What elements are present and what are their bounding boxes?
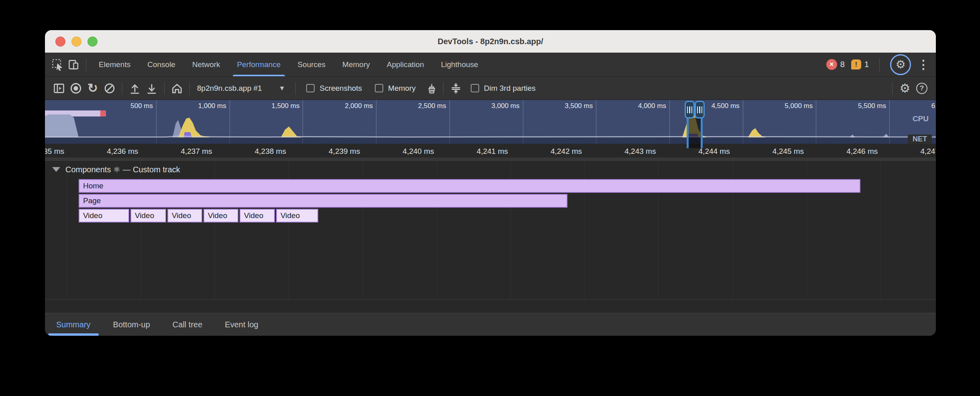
bottom-tab-summary[interactable]: Summary	[56, 313, 91, 336]
close-button[interactable]	[55, 37, 65, 47]
memory-label: Memory	[388, 84, 416, 93]
collapse-icon[interactable]	[447, 80, 464, 97]
flame-gridline	[880, 161, 880, 299]
minimize-button[interactable]	[71, 37, 81, 47]
devtools-window: DevTools - 8p2n9n.csb.app/ ElementsConso…	[45, 30, 936, 336]
ruler-tick-label: 4,241 ms	[477, 147, 508, 156]
history-selector[interactable]: 8p2n9n.csb.app #1 ▼	[194, 84, 291, 93]
capture-settings-gear-icon[interactable]: ⚙	[897, 80, 913, 97]
overview-tick-label: 3,500 ms	[565, 102, 593, 110]
console-errors-badge[interactable]: × 8	[826, 59, 845, 70]
track-bar-video[interactable]: Video	[167, 209, 202, 222]
tab-console[interactable]: Console	[139, 53, 184, 76]
tab-sources[interactable]: Sources	[289, 53, 334, 76]
flame-bottom-divider	[45, 299, 936, 300]
divider	[295, 82, 296, 95]
scrubber-right-handle[interactable]	[695, 101, 705, 118]
collect-garbage-icon[interactable]	[422, 80, 439, 97]
panel-tabs: ElementsConsoleNetworkPerformanceSources…	[90, 53, 487, 76]
overview-tick-label: 4,500 ms	[712, 102, 740, 110]
screenshots-checkbox[interactable]: Screenshots	[306, 84, 362, 93]
custom-track-title: Components ⚛ — Custom track	[65, 165, 180, 174]
performance-toolbar: ↻ 8p2n9n.csb.app #1 ▼ Screenshots Memory	[45, 77, 936, 100]
timeline-overview[interactable]: 500 ms1,000 ms1,500 ms2,000 ms2,500 ms3,…	[45, 100, 936, 144]
overview-tick-label: 500 ms	[130, 102, 153, 110]
tab-elements[interactable]: Elements	[90, 53, 139, 76]
dim-3rd-parties-checkbox[interactable]: Dim 3rd parties	[471, 84, 536, 93]
divider	[122, 82, 122, 95]
ruler-tick-label: 4,242 ms	[551, 147, 582, 156]
reload-record-icon[interactable]: ↻	[84, 80, 101, 97]
track-bar-home[interactable]: Home	[79, 179, 860, 193]
show-sidebar-icon[interactable]	[51, 80, 67, 97]
scrubber-selection-column	[688, 118, 701, 148]
overview-tick-label: 3,000 ms	[492, 102, 520, 110]
tab-performance[interactable]: Performance	[229, 53, 289, 76]
device-toolbar-icon[interactable]	[66, 57, 82, 73]
ruler-tick-label: 4,240 ms	[403, 147, 434, 156]
overview-window-scrubber[interactable]	[685, 101, 705, 148]
dim-3rd-parties-label: Dim 3rd parties	[484, 84, 536, 93]
divider	[892, 82, 893, 95]
scrubber-left-handle[interactable]	[685, 101, 695, 118]
ruler-tick-label: 4,246 ms	[846, 147, 878, 156]
overview-tick-label: 5,000 ms	[785, 102, 813, 110]
clear-icon[interactable]	[101, 80, 118, 97]
tab-lighthouse[interactable]: Lighthouse	[433, 53, 487, 76]
window-title: DevTools - 8p2n9n.csb.app/	[437, 37, 543, 46]
overview-tick-label: 2,000 ms	[345, 102, 373, 110]
checkbox	[375, 84, 383, 92]
error-icon: ×	[826, 59, 837, 70]
ruler-tick-label: 4,239 ms	[329, 147, 360, 156]
ruler-tick-label: 4,244 ms	[699, 147, 730, 156]
flame-gridline	[67, 161, 67, 299]
download-profile-icon[interactable]	[143, 80, 160, 97]
track-bar-page[interactable]: Page	[79, 194, 567, 208]
chevron-down-icon: ▼	[279, 85, 285, 92]
divider	[164, 82, 165, 95]
issue-count: 1	[864, 60, 869, 69]
collapse-triangle-icon[interactable]	[52, 167, 60, 172]
settings-gear-icon: ⚙	[895, 58, 905, 71]
kebab-menu-icon[interactable]: ⋮	[917, 57, 929, 71]
divider	[189, 82, 190, 95]
network-request-bar-end	[100, 110, 106, 116]
track-bar-video[interactable]: Video	[276, 209, 318, 222]
issue-icon: !	[851, 59, 861, 69]
divider	[86, 58, 86, 71]
zoom-button[interactable]	[87, 37, 98, 47]
bottom-tab-event-log[interactable]: Event log	[225, 313, 258, 336]
track-bar-video[interactable]: Video	[203, 209, 238, 222]
track-bar-video[interactable]: Video	[240, 209, 275, 222]
bottom-tab-call-tree[interactable]: Call tree	[173, 313, 202, 336]
history-selector-label: 8p2n9n.csb.app #1	[197, 84, 262, 93]
ruler-tick-label: 4,237 ms	[181, 147, 212, 156]
devtools-settings-button[interactable]: ⚙	[890, 54, 911, 75]
track-bar-video[interactable]: Video	[130, 209, 166, 222]
ruler-tick-label: 4,238 ms	[255, 147, 286, 156]
help-icon[interactable]: ?	[913, 80, 930, 97]
timeline-ruler[interactable]: 35 ms4,236 ms4,237 ms4,238 ms4,239 ms4,2…	[45, 144, 936, 161]
record-icon[interactable]	[67, 80, 84, 97]
ruler-tick-label: 4,247 ms	[920, 147, 936, 156]
flame-chart-area[interactable]: Components ⚛ — Custom track HomePageVide…	[45, 161, 936, 313]
checkbox	[306, 84, 315, 92]
home-icon[interactable]	[169, 80, 185, 97]
issues-badge[interactable]: ! 1	[851, 59, 869, 69]
inspect-icon[interactable]	[50, 57, 66, 73]
bottom-tab-bar: SummaryBottom-upCall treeEvent log	[45, 313, 936, 336]
track-bar-video[interactable]: Video	[79, 209, 129, 222]
tab-memory[interactable]: Memory	[334, 53, 378, 76]
net-lane-label: NET	[908, 135, 932, 144]
bottom-tab-bottom-up[interactable]: Bottom-up	[113, 313, 150, 336]
overview-tick-label: 2,500 ms	[418, 102, 446, 110]
memory-checkbox[interactable]: Memory	[375, 84, 416, 93]
tab-application[interactable]: Application	[378, 53, 433, 76]
screenshots-label: Screenshots	[319, 84, 362, 93]
custom-track-header[interactable]: Components ⚛ — Custom track	[52, 165, 180, 174]
overview-tick-label: 1,000 ms	[198, 102, 226, 110]
upload-profile-icon[interactable]	[126, 80, 143, 97]
ruler-tick-label: 4,243 ms	[624, 147, 656, 156]
tab-network[interactable]: Network	[184, 53, 229, 76]
window-titlebar: DevTools - 8p2n9n.csb.app/	[45, 30, 936, 53]
